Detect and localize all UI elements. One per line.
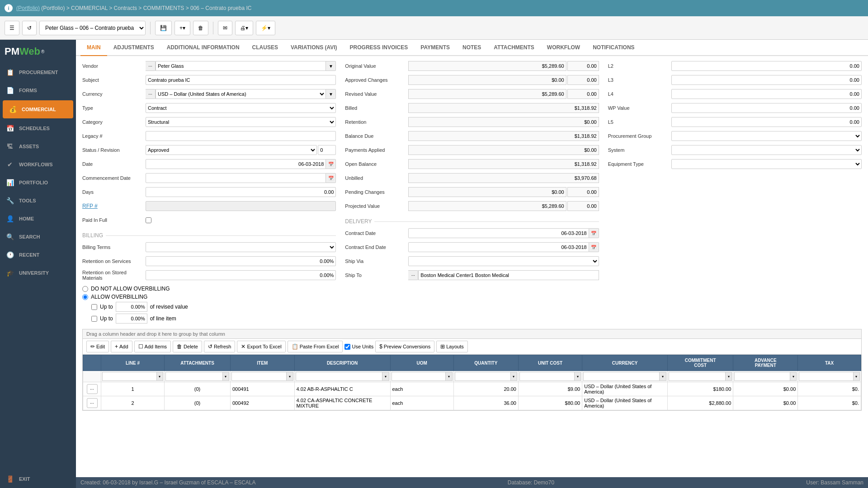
col-header-advance-payment[interactable]: ADVANCEPAYMENT — [733, 355, 798, 371]
contract-end-cal-btn[interactable]: 📅 — [589, 242, 599, 252]
history-btn[interactable]: ↺ — [22, 21, 37, 35]
sidebar-item-recent[interactable]: 🕐 RECENT — [0, 246, 76, 264]
currency-select[interactable]: USD – Dollar (United States of America) — [156, 89, 326, 99]
category-select[interactable]: Structural — [146, 117, 336, 127]
filter-line-input[interactable] — [102, 372, 157, 381]
delete-btn[interactable]: 🗑 — [193, 21, 208, 35]
sidebar-item-home[interactable]: 👤 HOME — [0, 210, 76, 228]
tab-notes[interactable]: NOTES — [456, 40, 487, 56]
sidebar-item-university[interactable]: 🎓 UNIVERSITY — [0, 264, 76, 282]
hamburger-btn[interactable]: ☰ — [5, 21, 19, 35]
filter-qty-arrow[interactable]: ▾ — [511, 372, 517, 381]
commencement-input[interactable] — [146, 173, 326, 183]
grid-add-items-btn[interactable]: ☐ Add Items — [134, 341, 171, 352]
filter-currency-input[interactable] — [583, 372, 660, 381]
filter-uom-arrow[interactable]: ▾ — [446, 372, 452, 381]
filter-commit-arrow[interactable]: ▾ — [726, 372, 732, 381]
date-input[interactable] — [146, 159, 326, 169]
equipment-type-select[interactable] — [671, 159, 862, 169]
lightning-btn[interactable]: ⚡▾ — [256, 21, 275, 35]
retention-services-input[interactable] — [146, 256, 336, 266]
filter-attach-input[interactable] — [165, 372, 223, 381]
col-header-quantity[interactable]: QUANTITY — [453, 355, 518, 371]
date-cal-btn[interactable]: 📅 — [326, 159, 336, 169]
col-header-tax[interactable]: TAX — [798, 355, 861, 371]
col-header-commitment-cost[interactable]: COMMITMENTCOST — [667, 355, 733, 371]
grid-export-btn[interactable]: ✕ Export To Excel — [237, 341, 285, 352]
vendor-dropdown-btn[interactable]: ▼ — [326, 61, 336, 71]
sidebar-item-tools[interactable]: 🔧 TOOLS — [0, 192, 76, 210]
tab-notifications[interactable]: NOTIFICATIONS — [586, 40, 641, 56]
currency-arrow-btn[interactable]: ▼ — [326, 89, 336, 99]
sidebar-item-commercial[interactable]: 💰 COMMERCIAL — [3, 100, 73, 118]
filter-currency-arrow[interactable]: ▾ — [660, 372, 666, 381]
up-to-input1[interactable] — [116, 302, 147, 312]
add-btn[interactable]: +▾ — [175, 21, 190, 35]
tab-clauses[interactable]: CLAUSES — [246, 40, 284, 56]
sidebar-item-schedules[interactable]: 📅 SCHEDULES — [0, 119, 76, 137]
record-dropdown[interactable]: Peter Glass – 006 – Contrato prueba — [39, 21, 146, 35]
col-header-unit-cost[interactable]: UNIT COST — [518, 355, 582, 371]
filter-tax-input[interactable] — [799, 372, 853, 381]
legacy-input[interactable] — [146, 131, 336, 141]
retention-materials-input[interactable] — [146, 270, 336, 280]
filter-unit-cost-arrow[interactable]: ▾ — [575, 372, 581, 381]
ship-via-select[interactable] — [408, 256, 599, 266]
email-btn[interactable]: ✉ — [218, 21, 232, 35]
col-header-line[interactable]: LINE # — [101, 355, 165, 371]
l5-input[interactable] — [671, 117, 862, 127]
col-header-item[interactable]: ITEM — [230, 355, 294, 371]
grid-add-btn[interactable]: + Add — [111, 341, 132, 352]
tab-additional[interactable]: ADDITIONAL INFORMATION — [160, 40, 246, 56]
sidebar-item-search[interactable]: 🔍 SEARCH — [0, 228, 76, 246]
l4-input[interactable] — [671, 89, 862, 99]
filter-line-arrow[interactable]: ▾ — [157, 372, 163, 381]
filter-desc-arrow[interactable]: ▾ — [382, 372, 389, 381]
filter-unit-cost-input[interactable] — [519, 372, 575, 381]
grid-preview-btn[interactable]: $ Preview Conversions — [375, 341, 434, 352]
days-input[interactable] — [146, 187, 336, 197]
col-header-uom[interactable]: UOM — [390, 355, 453, 371]
tab-main[interactable]: MAIN — [80, 40, 107, 56]
col-header-attachments[interactable]: ATTACHMENTS — [165, 355, 231, 371]
tab-variations[interactable]: VARIATIONS (AVI) — [284, 40, 344, 56]
filter-item-arrow[interactable]: ▾ — [287, 372, 293, 381]
contract-end-input[interactable] — [408, 242, 589, 252]
tab-adjustments[interactable]: ADJUSTMENTS — [107, 40, 160, 56]
l3-input[interactable] — [671, 75, 862, 85]
tab-progress[interactable]: PROGRESS INVOICES — [344, 40, 415, 56]
ship-to-dots-btn[interactable]: ··· — [408, 270, 418, 280]
filter-desc-input[interactable] — [296, 372, 382, 381]
sidebar-item-portfolio[interactable]: 📊 PORTFOLIO — [0, 174, 76, 192]
sidebar-item-assets[interactable]: 🏗 ASSETS — [0, 137, 76, 155]
contract-date-input[interactable] — [408, 228, 589, 238]
row1-dots-btn[interactable]: ··· — [87, 384, 98, 394]
grid-paste-btn[interactable]: 📋 Paste From Excel — [288, 341, 343, 352]
commencement-cal-btn[interactable]: 📅 — [326, 173, 336, 183]
contract-date-cal-btn[interactable]: 📅 — [589, 228, 599, 238]
subject-input[interactable] — [146, 75, 336, 85]
allow-radio[interactable] — [82, 294, 88, 300]
tab-attachments[interactable]: ATTACHMENTS — [487, 40, 541, 56]
sidebar-item-forms[interactable]: 📄 FORMS — [0, 81, 76, 99]
up-to-input2[interactable] — [116, 314, 147, 324]
grid-delete-btn[interactable]: 🗑 Delete — [173, 341, 202, 352]
filter-uom-input[interactable] — [392, 372, 446, 381]
system-select[interactable] — [671, 145, 862, 155]
sidebar-item-exit[interactable]: 🚪 EXIT — [0, 470, 76, 488]
currency-dots-btn[interactable]: ··· — [146, 89, 156, 99]
procurement-group-select[interactable] — [671, 131, 862, 141]
rfp-link[interactable]: RFP # — [82, 203, 98, 209]
up-to-checkbox2[interactable] — [91, 316, 97, 322]
billing-terms-select[interactable] — [146, 242, 336, 252]
use-units-label[interactable]: Use Units — [344, 344, 373, 350]
portfolio-link[interactable]: (Portfolio) — [16, 5, 40, 11]
filter-advance-arrow[interactable]: ▾ — [790, 372, 797, 381]
wp-value-input[interactable] — [671, 103, 862, 113]
row2-dots-btn[interactable]: ··· — [87, 398, 98, 408]
filter-tax-arrow[interactable]: ▾ — [854, 372, 860, 381]
l2-input[interactable] — [671, 61, 862, 71]
use-units-checkbox[interactable] — [344, 344, 350, 350]
filter-advance-input[interactable] — [734, 372, 790, 381]
revision-input[interactable] — [318, 145, 336, 155]
